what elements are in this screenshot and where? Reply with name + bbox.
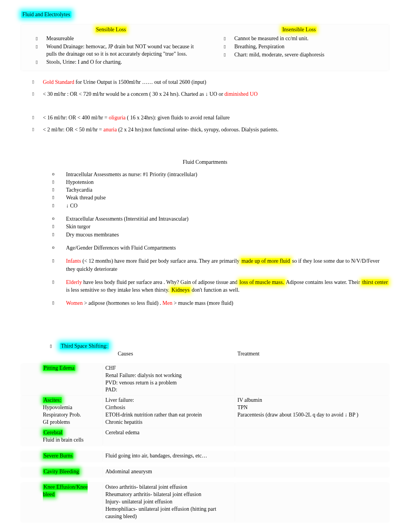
men-label: Men — [163, 300, 173, 306]
elderly-c: is less sensitive so they intake less wh… — [66, 287, 171, 293]
age-gender-section: Age/Gender Differences with Fluid Compar… — [52, 244, 389, 252]
insensible-column: Insensible Loss Cannot be measured in cc… — [213, 27, 385, 67]
women-men-item: Women > adipose (hormones so less fluid)… — [52, 299, 389, 307]
urine-oliguria-term: oliguria — [109, 115, 126, 121]
treatment-cell — [235, 364, 389, 396]
women-men-details: Women > adipose (hormones so less fluid)… — [52, 299, 389, 307]
condition-sub: Hypovolemia — [43, 405, 72, 410]
cause-line: PAD: — [105, 387, 117, 393]
condition-cell: Severe Burns — [21, 452, 103, 461]
infants-hl: made up of more fluid — [241, 258, 291, 264]
extracellular-heading: Extracellular Assessments (Interstitial … — [52, 215, 389, 223]
extracellular-section: Extracellular Assessments (Interstitial … — [52, 215, 389, 239]
causes-cell: CHFRenal Failure: dialysis not workingPV… — [103, 364, 235, 396]
condition-name: Ascites: — [43, 397, 62, 403]
condition-cell: Knee Effusion/Knee bleed — [21, 483, 103, 522]
list-item: Breathing, Perspiration — [224, 43, 385, 51]
men-a: > muscle mass (more fluid) — [172, 300, 233, 306]
list-item: Stools, Urine: I and O for charting. — [36, 59, 197, 66]
urine-30ml-a: < 30 ml/hr : OR < 720 ml/hr would be a c… — [43, 91, 224, 97]
causes-cell: Liver failure:CirrhosisETOH-drink nutrit… — [103, 396, 235, 428]
intracellular-section: Intracellular Assessments as nurse: #1 P… — [52, 171, 389, 210]
insensible-heading: Insensible Loss — [213, 27, 385, 33]
condition-name: Knee Effusion/Knee bleed — [43, 484, 88, 497]
sensible-column: Sensible Loss Measureable Wound Drainage… — [25, 27, 197, 67]
list-item: Tachycardia — [52, 186, 389, 194]
table-row: Pitting EdemaCHFRenal Failure: dialysis … — [21, 364, 389, 396]
cause-line: Hemophiliacs- unilateral joint effusion … — [105, 506, 216, 519]
cause-line: ETOH-drink nutrition rather than eat pro… — [105, 412, 202, 418]
causes-treatment-header: Causes Treatment — [60, 351, 389, 357]
list-item: ↓ CO — [52, 202, 389, 210]
cause-line: Abdominal aneurysm — [105, 469, 152, 474]
treatment-line: IV albumin — [237, 397, 262, 403]
treatment-cell — [235, 467, 389, 477]
loss-columns: Sensible Loss Measureable Wound Drainage… — [21, 25, 389, 70]
list-item: Hypotension — [52, 178, 389, 186]
compartments-heading: Fluid Compartments — [21, 159, 389, 165]
list-item: Weak thread pulse — [52, 194, 389, 202]
age-gender-heading: Age/Gender Differences with Fluid Compar… — [52, 244, 389, 252]
third-space-table: Pitting EdemaCHFRenal Failure: dialysis … — [21, 363, 389, 523]
urine-anuria: < 2 ml/hr: OR < 50 ml/hr = anuria (2 x 2… — [32, 126, 389, 134]
causes-cell: Abdominal aneurysm — [103, 467, 235, 477]
treatment-line: TPN — [237, 405, 247, 410]
gold-standard-label: Gold Standard — [43, 79, 74, 85]
elderly-details: Elderly have less body fluid per surface… — [52, 279, 389, 294]
condition-cell: CerebralFluid in brain cells — [21, 428, 103, 445]
elderly-label: Elderly — [66, 279, 82, 285]
treatment-header: Treatment — [237, 351, 389, 357]
treatment-cell — [235, 452, 389, 461]
women-label: Women — [66, 300, 83, 306]
elderly-hl1: loss of muscle mass. — [239, 279, 285, 285]
list-item: Cannot be measured in cc/ml unit. — [224, 35, 385, 42]
condition-cell: Cavity Bleeding — [21, 467, 103, 477]
cause-line: Rheumatory arthritis- bilateral joint ef… — [105, 491, 202, 497]
urine-oliguria: < 16 ml/hr: OR < 400 ml/hr = oliguria ( … — [32, 114, 389, 122]
cause-line: Injury- unilateral joint effusion — [105, 499, 173, 505]
cause-line: Liver failure: — [105, 397, 134, 403]
women-a: > adipose (hormones so less fluid) . — [83, 300, 163, 306]
causes-cell: Fluid going into air, bandages, dressing… — [103, 452, 235, 461]
condition-cell: Pitting Edema — [21, 364, 103, 396]
sensible-heading-text: Sensible Loss — [95, 27, 127, 32]
age-gender-details: Infants (< 12 months) have more fluid pe… — [52, 257, 389, 273]
cause-line: Chronic hepatitis — [105, 419, 142, 425]
elderly-item: Elderly have less body fluid per surface… — [52, 279, 389, 294]
treatment-cell — [235, 428, 389, 445]
elderly-hl3: Kidneys — [171, 287, 190, 293]
elderly-hl2: thirst center — [361, 279, 388, 285]
urine-anuria-b: (2 x 24 hrs):not functional urine- thick… — [117, 127, 279, 133]
document-page: Fluid and Electrolytes Sensible Loss Mea… — [0, 0, 410, 532]
infants-label: Infants — [66, 258, 81, 264]
condition-sub: Fluid in brain cells — [43, 437, 83, 443]
title-text: Fluid and Electrolytes — [21, 11, 71, 18]
urine-30ml: < 30 ml/hr : OR < 720 ml/hr would be a c… — [32, 90, 389, 98]
sensible-list: Measureable Wound Drainage: hemovac, JP … — [25, 35, 197, 66]
treatment-cell — [235, 483, 389, 522]
cause-line: PVD: venous return is a problem — [105, 380, 177, 386]
elderly-d: don't function as well. — [190, 287, 239, 293]
sensible-heading: Sensible Loss — [25, 27, 197, 33]
insensible-list: Cannot be measured in cc/ml unit. Breath… — [213, 35, 385, 59]
condition-cell: Ascites:HypovolemiaRespiratory Prob.GI p… — [21, 396, 103, 428]
insensible-heading-text: Insensible Loss — [281, 27, 317, 32]
treatment-cell: IV albuminTPNParacentesis (draw about 15… — [235, 396, 389, 428]
table-row: Knee Effusion/Knee bleedOsteo arthritis-… — [21, 483, 389, 522]
page-title: Fluid and Electrolytes — [21, 12, 389, 18]
cause-line: Renal Failure: dialysis not working — [105, 372, 182, 378]
treatment-line: Paracentesis (draw about 1500-2L q day t… — [237, 412, 358, 418]
urine-oliguria-b: ( 16 x 24hrs): given fluids to avoid ren… — [125, 115, 230, 121]
condition-name: Severe Burns — [43, 453, 73, 459]
table-row: Cavity BleedingAbdominal aneurysm — [21, 467, 389, 477]
condition-sub: GI problems — [43, 419, 70, 425]
list-item: Skin turgor — [52, 223, 389, 231]
condition-name: Pitting Edema — [43, 365, 75, 371]
elderly-b: Adipose contains less water. Their — [285, 279, 361, 285]
condition-sub: Respiratory Prob. — [43, 412, 81, 418]
urine-30ml-b: diminished UO — [224, 91, 258, 97]
cause-line: Osteo arthritis- bilateral joint effusio… — [105, 484, 187, 490]
list-item: Wound Drainage: hemovac, JP drain but NO… — [36, 43, 197, 58]
causes-cell: Osteo arthritis- bilateral joint effusio… — [103, 483, 235, 522]
list-item: Chart: mild, moderate, severe diaphoresi… — [224, 51, 385, 59]
